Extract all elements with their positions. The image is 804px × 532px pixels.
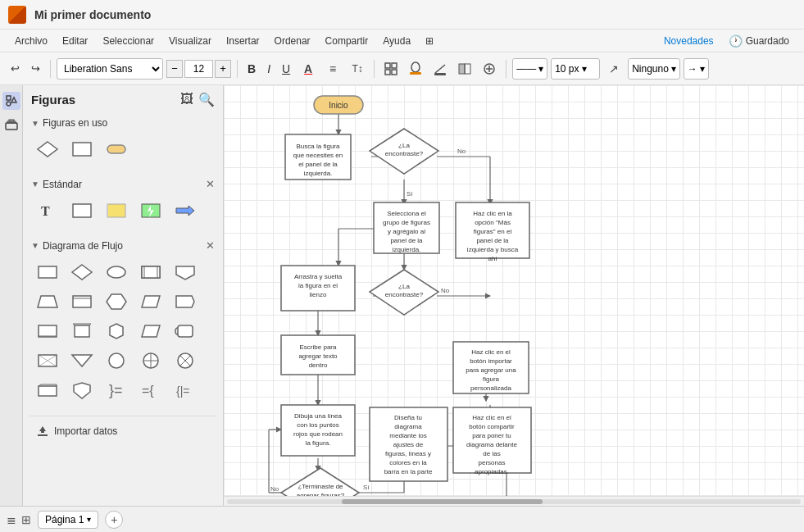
line-color-icon [433,61,447,76]
page-tab[interactable]: Página 1 ▾ [38,511,98,529]
svg-text:izquierda.: izquierda. [304,170,333,177]
underline-button[interactable]: U [278,60,294,78]
svg-text:izquierda.: izquierda. [393,246,421,253]
df-rect4[interactable] [67,319,97,343]
shape-diamond[interactable] [33,137,62,161]
df-pentagon2[interactable] [170,289,200,314]
df-parallelogram[interactable] [136,289,166,314]
df-rect3[interactable] [33,319,62,343]
menu-compartir[interactable]: Compartir [319,33,375,49]
svg-text:{|=: {|= [176,384,190,398]
df-rect[interactable] [33,260,62,284]
add-page-button[interactable]: + [105,511,123,529]
df-shield[interactable] [67,378,97,402]
waypoint-button[interactable]: ↗ [603,58,625,80]
shape-yellow-rect[interactable] [102,198,131,223]
df-scroll[interactable] [170,319,200,343]
df-bracket-r[interactable]: }= [102,378,131,402]
add-shape-button[interactable] [380,58,402,80]
estandar-header[interactable]: ▼ Estándar ✕ [30,175,216,193]
menu-extras-icon[interactable]: ⊞ [419,33,440,49]
menu-insertar[interactable]: Insertar [220,33,266,49]
diagrama-flujo-close-icon[interactable]: ✕ [206,239,215,252]
font-color-button[interactable]: A [298,58,319,80]
bold-button[interactable]: B [243,60,260,78]
extra-style-button[interactable] [479,58,500,80]
figuras-en-uso-header[interactable]: ▼ Figuras en uso [30,114,216,132]
svg-text:No: No [457,148,466,155]
font-size-input[interactable] [184,60,213,78]
df-pentagon[interactable] [170,260,200,284]
menu-visualizar[interactable]: Visualizar [162,33,218,49]
df-circle[interactable] [102,348,131,373]
list-view-icon[interactable]: ≣ [7,513,16,526]
search-icon[interactable]: 🔍 [198,92,215,107]
h-scrollbar-thumb[interactable] [342,499,543,504]
svg-text:personas: personas [479,459,506,466]
df-cross-circle[interactable] [136,348,166,373]
df-triangle-dn[interactable] [67,348,97,373]
menu-ordenar[interactable]: Ordenar [268,33,317,49]
df-rect6[interactable] [33,378,62,402]
format-button[interactable]: T↕ [347,58,368,80]
rect2-shape-icon [70,202,93,220]
undo-button[interactable]: ↩ [7,60,24,77]
image-icon[interactable]: 🖼 [180,92,193,107]
df-x-circle[interactable] [170,348,200,373]
shapes-tool-btn[interactable] [2,92,20,110]
df-oval[interactable] [102,260,131,284]
svg-text:diagrama: diagrama [394,423,422,430]
canvas-area[interactable]: Sí No Sí No [224,85,804,506]
connection-select[interactable]: Ninguno ▾ [628,58,680,80]
menu-archivo[interactable]: Archivo [8,33,54,49]
font-size-increase[interactable]: + [215,60,231,78]
h-scrollbar[interactable] [224,496,804,506]
shape-rect2[interactable] [67,198,97,223]
svg-text:¿Terminaste de: ¿Terminaste de [298,483,343,490]
df-para2[interactable] [136,319,166,343]
shape-arrow[interactable] [170,198,200,223]
font-size-decrease[interactable]: − [166,60,183,78]
layers-tool-btn[interactable] [2,116,20,134]
menu-novedades[interactable]: Novedades [657,33,720,49]
df-dbl-rect[interactable] [136,260,166,284]
fill-color-button[interactable] [405,58,426,80]
svg-text:grupo de figuras: grupo de figuras [383,219,430,226]
shapes-panel: Figuras 🖼 🔍 ▼ Figuras en uso [23,85,224,506]
df-brace-r[interactable]: {|= [170,378,200,402]
menu-seleccionar[interactable]: Seleccionar [96,33,161,49]
arrow-select[interactable]: → ▾ [684,58,709,80]
align-button[interactable]: ≡ [322,58,343,80]
df-diamond[interactable] [67,260,97,284]
line-width-select[interactable]: 10 px ▾ [551,58,600,80]
shape-text[interactable]: T [33,198,62,223]
menu-ayuda[interactable]: Ayuda [376,33,417,49]
connection-label: Ninguno [632,63,669,75]
import-button[interactable]: Importar datos [33,421,213,441]
grid-view-icon[interactable]: ⊞ [21,513,31,526]
estandar-close-icon[interactable]: ✕ [206,178,215,190]
df-rect2[interactable] [67,289,97,314]
redo-button[interactable]: ↪ [27,60,44,77]
df-rect5[interactable] [33,348,62,373]
df-trap[interactable] [33,289,62,314]
line-style-select[interactable]: —— ▾ [512,58,547,80]
shape-lightning[interactable] [136,198,166,223]
page-tab-dropdown[interactable]: ▾ [87,515,91,524]
italic-button[interactable]: I [263,60,275,78]
df-brace-l[interactable]: ={ [136,378,166,402]
menu-editar[interactable]: Editar [56,33,94,49]
shape-rect[interactable] [67,137,97,161]
bottom-bar: ≣ ⊞ Página 1 ▾ + [0,506,804,532]
df-hexagon2[interactable] [102,319,131,343]
line-color-button[interactable] [429,58,451,80]
svg-rect-38 [73,296,91,307]
diagrama-flujo-header[interactable]: ▼ Diagrama de Flujo ✕ [30,236,216,255]
svg-text:dentro: dentro [309,361,328,369]
font-family-select[interactable]: Liberation Sans [57,58,163,80]
shape-rounded-rect[interactable] [102,137,131,161]
svg-marker-50 [142,325,160,337]
sidebar-title: Figuras [31,93,75,107]
style-button[interactable] [454,58,475,80]
df-hexagon[interactable] [102,289,131,314]
